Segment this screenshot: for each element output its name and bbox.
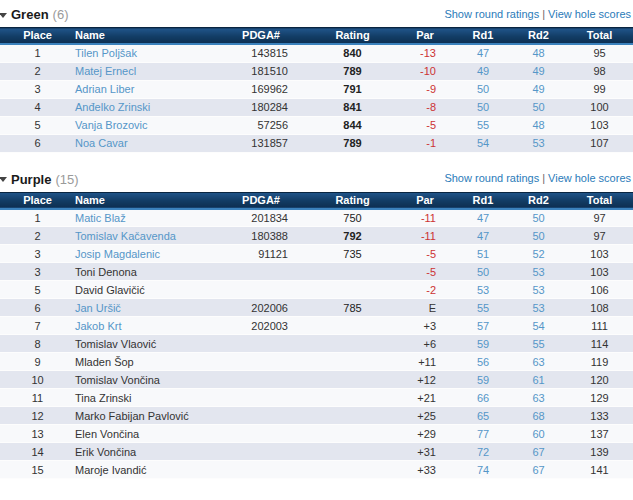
round2-score-link[interactable]: 53 <box>532 302 544 314</box>
show-round-ratings-link[interactable]: Show round ratings <box>444 172 539 184</box>
round2-score-link[interactable]: 60 <box>532 428 544 440</box>
player-name-link[interactable]: Vanja Brozovic <box>75 119 148 131</box>
round1-score-link[interactable]: 55 <box>477 302 489 314</box>
round2-score-link[interactable]: 53 <box>532 284 544 296</box>
round2-score-link[interactable]: 49 <box>532 83 544 95</box>
round1-score-link[interactable]: 77 <box>477 428 489 440</box>
round1-score-link[interactable]: 57 <box>477 320 489 332</box>
round1-score-link[interactable]: 54 <box>477 137 489 149</box>
round2-score-link[interactable]: 52 <box>532 248 544 260</box>
cell-rating <box>310 407 395 425</box>
collapse-triangle-icon <box>0 13 7 18</box>
round1-score-link[interactable]: 47 <box>477 212 489 224</box>
player-name-link[interactable]: Adrian Liber <box>75 83 134 95</box>
cell-rd1: 50 <box>455 98 511 116</box>
table-row: 4Anđelko Zrinski180284841-85050100 <box>0 98 633 116</box>
player-name-link[interactable]: Jan Uršič <box>75 302 121 314</box>
division-title-green[interactable]: Green (6) <box>0 7 68 22</box>
cell-name: Matic Blaž <box>75 209 218 227</box>
table-row: 14Erik Vončina+317267139 <box>0 443 633 461</box>
round1-score-link[interactable]: 50 <box>477 266 489 278</box>
round1-score-link[interactable]: 72 <box>477 446 489 458</box>
round2-score-link[interactable]: 63 <box>532 356 544 368</box>
cell-rating: 789 <box>310 62 395 80</box>
table-row: 1Tilen Poljšak143815840-13474895 <box>0 44 633 62</box>
round2-score-link[interactable]: 50 <box>532 101 544 113</box>
table-row: 7Jakob Krt202003+35754111 <box>0 317 633 335</box>
cell-rating <box>310 263 395 281</box>
division-title-purple[interactable]: Purple (15) <box>0 172 79 187</box>
round1-score-link[interactable]: 55 <box>477 119 489 131</box>
round1-score-link[interactable]: 51 <box>477 248 489 260</box>
round1-score-link[interactable]: 65 <box>477 410 489 422</box>
cell-place: 8 <box>0 335 75 353</box>
player-name-link[interactable]: Noa Cavar <box>75 137 128 149</box>
cell-rd2: 67 <box>511 461 566 479</box>
player-name-link[interactable]: Tilen Poljšak <box>75 47 137 59</box>
round1-score-link[interactable]: 53 <box>477 284 489 296</box>
cell-rd2: 63 <box>511 389 566 407</box>
table-row: 6Jan Uršič202006785E5553108 <box>0 299 633 317</box>
round1-score-link[interactable]: 50 <box>477 101 489 113</box>
round1-score-link[interactable]: 47 <box>477 230 489 242</box>
round1-score-link[interactable]: 47 <box>477 47 489 59</box>
cell-pdga-number <box>218 443 310 461</box>
cell-rating: 844 <box>310 116 395 134</box>
round1-score-link[interactable]: 74 <box>477 464 489 476</box>
cell-rd1: 51 <box>455 245 511 263</box>
round1-score-link[interactable]: 50 <box>477 83 489 95</box>
player-name-link[interactable]: Matic Blaž <box>75 212 126 224</box>
round2-score-link[interactable]: 54 <box>532 320 544 332</box>
round2-score-link[interactable]: 53 <box>532 137 544 149</box>
round1-score-link[interactable]: 49 <box>477 65 489 77</box>
player-name-link[interactable]: Jakob Krt <box>75 320 121 332</box>
cell-name: Tomislav Kačavenda <box>75 227 218 245</box>
cell-rd2: 60 <box>511 425 566 443</box>
cell-total: 141 <box>566 461 633 479</box>
round2-score-link[interactable]: 55 <box>532 338 544 350</box>
cell-place: 1 <box>0 209 75 227</box>
cell-total: 99 <box>566 80 633 98</box>
player-name-link[interactable]: Tomislav Kačavenda <box>75 230 176 242</box>
cell-place: 6 <box>0 299 75 317</box>
round2-score-link[interactable]: 48 <box>532 119 544 131</box>
cell-par: E <box>395 299 455 317</box>
cell-par: -10 <box>395 62 455 80</box>
round2-score-link[interactable]: 67 <box>532 464 544 476</box>
round2-score-link[interactable]: 68 <box>532 410 544 422</box>
section-head-green: Green (6) Show round ratings|View hole s… <box>0 7 633 22</box>
round2-score-link[interactable]: 63 <box>532 392 544 404</box>
round1-score-link[interactable]: 66 <box>477 392 489 404</box>
view-hole-scores-link[interactable]: View hole scores <box>548 8 631 20</box>
cell-rd2: 53 <box>511 281 566 299</box>
round2-score-link[interactable]: 53 <box>532 266 544 278</box>
view-hole-scores-link[interactable]: View hole scores <box>548 172 631 184</box>
round1-score-link[interactable]: 59 <box>477 338 489 350</box>
cell-rd2: 63 <box>511 353 566 371</box>
column-header-name: Name <box>75 192 218 209</box>
cell-par: +11 <box>395 353 455 371</box>
cell-rd1: 59 <box>455 371 511 389</box>
round1-score-link[interactable]: 59 <box>477 374 489 386</box>
cell-total: 98 <box>566 62 633 80</box>
cell-rd2: 61 <box>511 371 566 389</box>
table-row: 5Vanja Brozovic57256844-55548103 <box>0 116 633 134</box>
round2-score-link[interactable]: 48 <box>532 47 544 59</box>
cell-place: 13 <box>0 425 75 443</box>
cell-rd2: 67 <box>511 443 566 461</box>
round2-score-link[interactable]: 49 <box>532 65 544 77</box>
player-name-link[interactable]: Josip Magdalenic <box>75 248 160 260</box>
results-table-green: Place Name PDGA# Rating Par Rd1 Rd2 Tota… <box>0 27 633 153</box>
round2-score-link[interactable]: 61 <box>532 374 544 386</box>
player-name-link[interactable]: Matej Ernecl <box>75 65 136 77</box>
show-round-ratings-link[interactable]: Show round ratings <box>444 8 539 20</box>
round2-score-link[interactable]: 50 <box>532 230 544 242</box>
column-header-rating: Rating <box>310 28 395 45</box>
cell-rating: 750 <box>310 209 395 227</box>
player-name: Elen Vončina <box>75 428 139 440</box>
round1-score-link[interactable]: 56 <box>477 356 489 368</box>
player-name-link[interactable]: Anđelko Zrinski <box>75 101 150 113</box>
round2-score-link[interactable]: 50 <box>532 212 544 224</box>
round2-score-link[interactable]: 67 <box>532 446 544 458</box>
cell-total: 137 <box>566 425 633 443</box>
